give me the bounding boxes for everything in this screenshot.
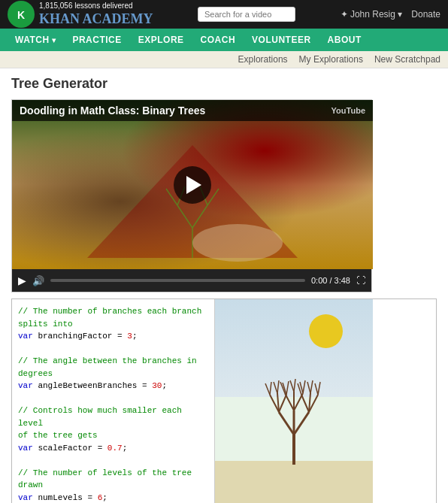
video-controls: ▶ 🔊 0:00 / 3:48 ⛶ xyxy=(12,269,371,292)
top-nav-right: ✦ John Resig ▾ Donate xyxy=(341,9,440,20)
preview-panel: Save As... Share... Restart xyxy=(215,299,436,503)
svg-line-27 xyxy=(277,380,279,393)
svg-line-25 xyxy=(270,382,271,395)
code-editor[interactable]: // The number of branches each branch sp… xyxy=(12,299,215,503)
user-link[interactable]: ✦ John Resig ▾ xyxy=(341,9,403,20)
search-input[interactable] xyxy=(198,7,295,22)
nav-volunteer[interactable]: VOLUNTEER xyxy=(244,31,319,49)
svg-line-36 xyxy=(307,382,310,393)
fullscreen-button[interactable]: ⛶ xyxy=(356,275,365,286)
svg-line-29 xyxy=(286,381,289,395)
svg-line-39 xyxy=(318,382,320,395)
video-container: Doodling in Math Class: Binary Trees You… xyxy=(11,99,372,292)
donate-link[interactable]: Donate xyxy=(411,9,440,20)
tree-svg xyxy=(249,344,339,465)
sub-nav: Explorations My Explorations New Scratch… xyxy=(0,51,448,68)
play-pause-button[interactable]: ▶ xyxy=(18,274,26,286)
logo-area: K 1,815,056 lessons delivered KHAN ACADE… xyxy=(8,1,153,28)
subnav-my-explorations[interactable]: My Explorations xyxy=(299,54,363,65)
svg-line-26 xyxy=(274,382,277,393)
khan-logo-icon: K xyxy=(8,1,35,28)
play-button[interactable] xyxy=(174,166,211,204)
nav-coach[interactable]: COACH xyxy=(193,31,244,49)
svg-line-37 xyxy=(310,380,313,393)
user-icon: ✦ xyxy=(341,9,350,20)
svg-line-21 xyxy=(301,395,309,412)
progress-bar[interactable] xyxy=(50,279,305,282)
svg-point-10 xyxy=(192,224,283,262)
youtube-label: YouTube xyxy=(331,106,365,115)
video-thumbnail[interactable]: Doodling in Math Class: Binary Trees You… xyxy=(12,100,373,269)
main-nav: WATCH PRACTICE EXPLORE COACH VOLUNTEER A… xyxy=(0,29,448,51)
page-content: Tree Generator Doodling in Math Class: B… xyxy=(0,68,448,503)
svg-line-14 xyxy=(294,412,309,435)
svg-line-34 xyxy=(303,380,305,393)
svg-line-17 xyxy=(279,395,286,412)
nav-watch[interactable]: WATCH xyxy=(8,31,63,49)
video-title-bar: Doodling in Math Class: Binary Trees You… xyxy=(12,100,373,121)
nav-explore[interactable]: EXPLORE xyxy=(131,31,192,49)
nav-about[interactable]: ABOUT xyxy=(320,31,369,49)
svg-line-31 xyxy=(290,380,294,392)
svg-line-12 xyxy=(279,412,294,435)
logo-text: 1,815,056 lessons delivered KHAN ACADEMY xyxy=(39,1,153,28)
canvas-preview xyxy=(215,299,373,503)
sun-element xyxy=(309,314,343,348)
subnav-new-scratchpad[interactable]: New Scratchpad xyxy=(374,54,440,65)
code-preview-panel: // The number of branches each branch sp… xyxy=(11,298,437,503)
nav-practice[interactable]: PRACTICE xyxy=(65,31,129,49)
video-title: Doodling in Math Class: Binary Trees xyxy=(20,105,205,117)
subnav-explorations[interactable]: Explorations xyxy=(238,54,288,65)
svg-line-24 xyxy=(265,383,270,395)
svg-text:K: K xyxy=(17,9,25,21)
svg-line-38 xyxy=(315,383,318,395)
ground-background xyxy=(215,461,373,504)
time-display: 0:00 / 3:48 xyxy=(311,276,350,285)
volume-button[interactable]: 🔊 xyxy=(32,275,44,286)
page-title: Tree Generator xyxy=(11,76,437,92)
top-bar: K 1,815,056 lessons delivered KHAN ACADE… xyxy=(0,0,448,29)
svg-line-32 xyxy=(294,379,295,392)
svg-line-18 xyxy=(285,393,294,411)
